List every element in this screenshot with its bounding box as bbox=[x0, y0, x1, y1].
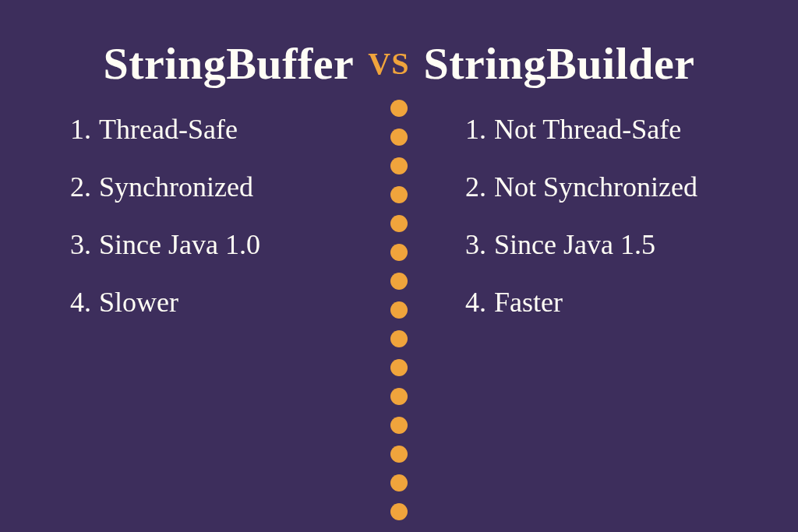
item-number: 1. bbox=[465, 113, 486, 146]
divider-dot bbox=[390, 503, 408, 520]
item-number: 3. bbox=[70, 228, 91, 261]
item-text: Faster bbox=[494, 286, 563, 319]
item-text: Since Java 1.0 bbox=[99, 228, 260, 261]
item-number: 1. bbox=[70, 113, 91, 146]
item-number: 3. bbox=[465, 228, 486, 261]
right-column: 1. Not Thread-Safe 2. Not Synchronized 3… bbox=[418, 113, 798, 344]
list-item: 3. Since Java 1.5 bbox=[465, 228, 767, 261]
divider-dot bbox=[390, 474, 408, 491]
left-column: 1. Thread-Safe 2. Synchronized 3. Since … bbox=[0, 113, 418, 344]
title-left: StringBuffer bbox=[104, 37, 355, 90]
item-text: Synchronized bbox=[99, 171, 253, 203]
list-item: 2. Synchronized bbox=[70, 171, 372, 203]
list-item: 1. Not Thread-Safe bbox=[465, 113, 767, 146]
divider-dot bbox=[390, 417, 408, 434]
divider-dot bbox=[390, 388, 408, 405]
item-text: Thread-Safe bbox=[99, 113, 238, 146]
list-item: 4. Slower bbox=[70, 286, 372, 319]
item-text: Not Thread-Safe bbox=[494, 113, 681, 146]
item-text: Not Synchronized bbox=[494, 171, 697, 203]
list-item: 1. Thread-Safe bbox=[70, 113, 372, 146]
content-row: 1. Thread-Safe 2. Synchronized 3. Since … bbox=[0, 90, 798, 344]
header-row: StringBuffer VS StringBuilder bbox=[0, 0, 798, 90]
item-text: Slower bbox=[99, 286, 178, 319]
list-item: 4. Faster bbox=[465, 286, 767, 319]
item-text: Since Java 1.5 bbox=[494, 228, 655, 261]
item-number: 4. bbox=[70, 286, 91, 319]
title-right: StringBuilder bbox=[423, 37, 694, 90]
divider-dot bbox=[390, 359, 408, 376]
item-number: 2. bbox=[465, 171, 486, 203]
item-number: 4. bbox=[465, 286, 486, 319]
list-item: 3. Since Java 1.0 bbox=[70, 228, 372, 261]
item-number: 2. bbox=[70, 171, 91, 203]
divider-dot bbox=[390, 446, 408, 463]
vs-label: VS bbox=[368, 45, 409, 82]
list-item: 2. Not Synchronized bbox=[465, 171, 767, 203]
